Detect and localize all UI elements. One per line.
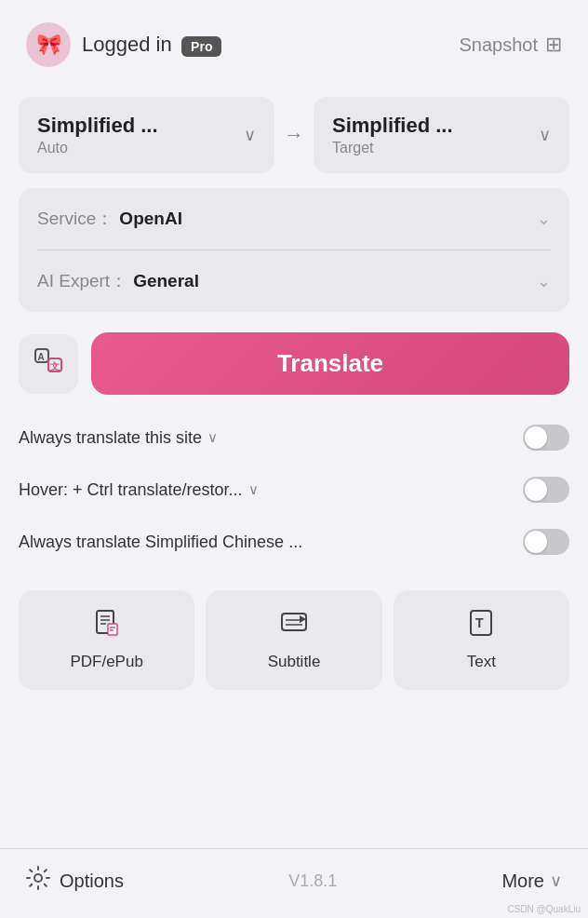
always-translate-site-toggle[interactable]: [523, 425, 569, 451]
subtitle-icon: [280, 609, 308, 643]
version-text: V1.8.1: [288, 871, 337, 891]
text-icon: T: [467, 609, 495, 643]
translate-section: A 文 Translate: [0, 319, 588, 408]
language-arrow-icon: →: [284, 123, 304, 147]
options-gear-icon: [26, 866, 50, 896]
service-label: Service：: [37, 207, 114, 231]
user-info: 🎀 Logged in Pro: [26, 22, 221, 67]
ai-expert-value: General: [133, 271, 199, 291]
tools-section: PDF/ePub Subtitle T Text: [0, 575, 588, 705]
pdf-epub-label: PDF/ePub: [70, 653, 142, 671]
always-translate-lang-toggle[interactable]: [523, 529, 569, 555]
source-lang-inner: Simplified ... Auto ∨: [37, 114, 256, 156]
target-lang-chevron-icon: ∨: [539, 125, 551, 145]
hover-translate-row: Hover: + Ctrl translate/restor... ∨: [19, 464, 569, 516]
target-lang-type: Target: [332, 140, 453, 156]
svg-marker-14: [300, 615, 306, 623]
ai-expert-left: AI Expert： General: [37, 269, 199, 293]
subtitle-label: Subtitle: [268, 653, 321, 671]
always-translate-site-label: Always translate this site ∨: [19, 428, 218, 448]
always-translate-site-row: Always translate this site ∨: [19, 412, 569, 464]
target-language-selector[interactable]: Simplified ... Target ∨: [314, 97, 569, 173]
svg-rect-8: [108, 624, 117, 635]
watermark: CSDN @QuakLiu: [507, 904, 581, 914]
snapshot-label: Snapshot: [459, 34, 538, 56]
svg-text:T: T: [475, 615, 484, 630]
options-label: Options: [60, 871, 124, 892]
subtitle-button[interactable]: Subtitle: [206, 590, 381, 690]
source-lang-type: Auto: [37, 140, 158, 156]
settings-section: Service： OpenAI ⌄ AI Expert： General ⌄: [19, 188, 569, 312]
always-translate-site-chevron-icon: ∨: [207, 429, 218, 446]
service-row[interactable]: Service： OpenAI ⌄: [37, 188, 551, 250]
more-chevron-icon: ∨: [550, 871, 562, 891]
hover-translate-label: Hover: + Ctrl translate/restor... ∨: [19, 480, 259, 500]
target-lang-name: Simplified ...: [332, 114, 453, 138]
svg-point-17: [34, 874, 42, 882]
hover-translate-toggle[interactable]: [523, 477, 569, 503]
avatar: 🎀: [26, 22, 71, 67]
snapshot-button[interactable]: Snapshot ⊞: [459, 33, 562, 57]
ai-expert-chevron-icon: ⌄: [537, 271, 551, 291]
ai-expert-label: AI Expert：: [37, 269, 127, 293]
more-button[interactable]: More ∨: [501, 871, 562, 892]
svg-rect-11: [282, 614, 306, 630]
language-section: Simplified ... Auto ∨ → Simplified ... T…: [0, 89, 588, 181]
options-button[interactable]: Options: [26, 866, 124, 896]
service-left: Service： OpenAI: [37, 207, 182, 231]
source-language-selector[interactable]: Simplified ... Auto ∨: [19, 97, 274, 173]
service-value: OpenAI: [119, 209, 182, 229]
translate-button[interactable]: Translate: [91, 332, 569, 395]
header: 🎀 Logged in Pro Snapshot ⊞: [0, 0, 588, 82]
svg-text:A: A: [38, 352, 45, 362]
source-lang-info: Simplified ... Auto: [37, 114, 158, 156]
translate-switch-icon: A 文: [32, 344, 65, 384]
ai-expert-row[interactable]: AI Expert： General ⌄: [37, 250, 551, 312]
text-label: Text: [467, 653, 496, 671]
always-translate-lang-label: Always translate Simplified Chinese ...: [19, 533, 302, 552]
source-lang-chevron-icon: ∨: [244, 125, 256, 145]
hover-translate-chevron-icon: ∨: [248, 481, 259, 498]
toggles-section: Always translate this site ∨ Hover: + Ct…: [0, 408, 588, 572]
target-lang-inner: Simplified ... Target ∨: [332, 114, 551, 156]
bottom-bar: Options V1.8.1 More ∨: [0, 848, 588, 918]
logged-in-section: Logged in Pro: [82, 33, 221, 57]
svg-text:文: 文: [50, 361, 60, 371]
snapshot-icon: ⊞: [545, 33, 562, 57]
service-chevron-icon: ⌄: [537, 209, 551, 229]
target-lang-info: Simplified ... Target: [332, 114, 453, 156]
source-lang-name: Simplified ...: [37, 114, 158, 138]
text-button[interactable]: T Text: [394, 590, 569, 690]
pro-badge: Pro: [181, 36, 221, 57]
pdf-epub-button[interactable]: PDF/ePub: [19, 590, 194, 690]
pdf-epub-icon: [93, 609, 121, 643]
translate-icon-button[interactable]: A 文: [19, 334, 78, 394]
logged-in-text: Logged in: [82, 33, 172, 56]
always-translate-lang-row: Always translate Simplified Chinese ...: [19, 516, 569, 568]
more-label: More: [501, 871, 544, 892]
